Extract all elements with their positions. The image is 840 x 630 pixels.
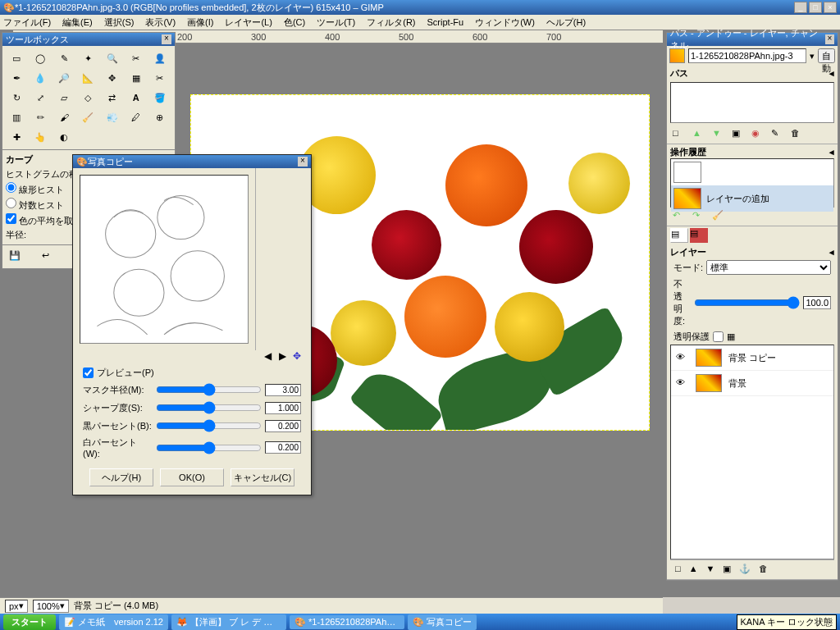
menu-image[interactable]: 画像(I) <box>187 16 213 29</box>
sharpness-slider[interactable] <box>156 400 262 415</box>
blend-tool[interactable]: ▥ <box>6 108 27 126</box>
layer-row[interactable]: 👁 背景 <box>671 371 833 396</box>
rect-select-tool[interactable]: ▭ <box>6 49 27 67</box>
layer-name[interactable]: 背景 <box>728 377 746 390</box>
help-button[interactable]: ヘルプ(H) <box>89 468 153 486</box>
task-item[interactable]: 🎨 写真コピー <box>408 614 477 630</box>
zoom-tool[interactable]: 🔎 <box>53 69 75 87</box>
paintbrush-tool[interactable]: 🖌 <box>53 108 75 126</box>
zoom-select[interactable]: 100% ▾ <box>33 600 69 613</box>
history-item[interactable] <box>671 159 833 185</box>
history-menu-icon[interactable]: ◂ <box>829 147 834 158</box>
path-dup-icon[interactable]: ▣ <box>732 128 743 139</box>
save-icon[interactable]: 💾 <box>9 250 22 263</box>
dialog-titlebar[interactable]: 🎨写真コピー × <box>73 155 311 168</box>
mode-select[interactable]: 標準 <box>706 260 831 275</box>
paths-list[interactable] <box>670 82 834 123</box>
path-up-icon[interactable]: ▲ <box>692 128 704 139</box>
menu-file[interactable]: ファイル(F) <box>3 16 51 29</box>
ok-button[interactable]: OK(O) <box>160 468 224 486</box>
menu-help[interactable]: ヘルプ(H) <box>546 16 586 29</box>
rdock-close-icon[interactable]: × <box>825 34 834 44</box>
menu-edit[interactable]: 編集(E) <box>62 16 93 29</box>
cancel-button[interactable]: キャンセル(C) <box>231 468 294 486</box>
undo-icon[interactable]: ↶ <box>673 210 684 221</box>
bucket-tool[interactable]: 🪣 <box>149 89 171 107</box>
tab-channels-icon[interactable]: ▤ <box>690 228 708 243</box>
task-item[interactable]: 🎨 *1-1265210828PAhn.jpg… <box>290 615 404 629</box>
white-value[interactable]: 0.200 <box>265 441 301 454</box>
layers-menu-icon[interactable]: ◂ <box>829 247 834 258</box>
ink-tool[interactable]: 🖊 <box>126 108 147 126</box>
clone-tool[interactable]: ⊕ <box>149 108 171 126</box>
airbrush-tool[interactable]: 💨 <box>102 108 123 126</box>
opacity-value[interactable]: 100.0 <box>803 296 831 309</box>
menu-layer[interactable]: レイヤー(L) <box>225 16 272 29</box>
path-del-icon[interactable]: 🗑 <box>791 128 802 139</box>
white-slider[interactable] <box>156 441 262 455</box>
toolbox-title[interactable]: ツールボックス × <box>2 33 175 46</box>
text-tool[interactable]: A <box>126 89 147 107</box>
menu-select[interactable]: 選択(S) <box>104 16 135 29</box>
toolbox-close-icon[interactable]: × <box>162 34 171 44</box>
eraser-tool[interactable]: 🧹 <box>77 108 98 126</box>
measure-tool[interactable]: 📐 <box>77 69 98 87</box>
crop-tool[interactable]: ✂ <box>149 69 171 87</box>
auto-button[interactable]: 自動 <box>818 48 835 63</box>
filter-preview[interactable] <box>80 175 249 344</box>
layer-new-icon[interactable]: □ <box>675 564 681 574</box>
nav-move-icon[interactable]: ✥ <box>291 350 303 362</box>
rotate-tool[interactable]: ↻ <box>6 89 27 107</box>
black-slider[interactable] <box>156 418 262 433</box>
start-button[interactable]: スタート <box>3 614 56 630</box>
paths-tool[interactable]: ✒ <box>6 69 27 87</box>
maximize-button[interactable]: □ <box>809 2 822 13</box>
menu-view[interactable]: 表示(V) <box>145 16 176 29</box>
eye-icon[interactable]: 👁 <box>676 352 689 363</box>
minimize-button[interactable]: _ <box>794 2 807 13</box>
task-item[interactable]: 📝 メモ紙 version 2.12 <box>59 614 168 630</box>
tab-layers-icon[interactable]: ▤ <box>670 228 688 243</box>
close-button[interactable]: × <box>824 2 837 13</box>
smudge-tool[interactable]: 👆 <box>30 128 51 146</box>
unit-select[interactable]: px ▾ <box>5 600 28 613</box>
align-tool[interactable]: ▦ <box>126 69 147 87</box>
pencil-tool[interactable]: ✏ <box>30 108 51 126</box>
menu-colors[interactable]: 色(C) <box>284 16 305 29</box>
layer-anchor-icon[interactable]: ⚓ <box>739 564 751 574</box>
layer-row[interactable]: 👁 背景 コピー <box>671 345 833 371</box>
paths-menu-icon[interactable]: ◂ <box>829 68 834 79</box>
scale-tool[interactable]: ⤢ <box>30 89 51 107</box>
rdock-title[interactable]: パス - アンドゥー - レイヤー, チャンネル × <box>667 33 838 46</box>
menu-scriptfu[interactable]: Script-Fu <box>427 17 464 27</box>
layer-dup-icon[interactable]: ▣ <box>723 564 731 574</box>
task-item[interactable]: 🦊 【洋画】 ブ レ デ タ ー … <box>171 614 286 630</box>
menu-filters[interactable]: フィルタ(R) <box>367 16 415 29</box>
eye-icon[interactable]: 👁 <box>676 377 689 389</box>
sharpness-value[interactable]: 1.000 <box>265 402 301 414</box>
dropdown-icon[interactable]: ▾ <box>810 51 815 62</box>
menu-windows[interactable]: ウィンドウ(W) <box>475 16 535 29</box>
layer-list[interactable]: 👁 背景 コピー 👁 背景 <box>670 345 834 559</box>
nav-left-icon[interactable]: ◀ <box>262 350 273 362</box>
move-tool[interactable]: ✥ <box>102 69 123 87</box>
mask-radius-slider[interactable] <box>156 382 262 397</box>
mask-radius-value[interactable]: 3.00 <box>265 384 301 396</box>
black-value[interactable]: 0.200 <box>265 420 301 432</box>
redo-icon[interactable]: ↷ <box>692 210 704 221</box>
opacity-slider[interactable] <box>694 296 800 309</box>
path-sel-icon[interactable]: ◉ <box>751 128 763 139</box>
layer-down-icon[interactable]: ▼ <box>706 564 715 574</box>
clear-undo-icon[interactable]: 🧹 <box>712 210 724 221</box>
free-select-tool[interactable]: ✎ <box>53 49 75 67</box>
flip-tool[interactable]: ⇄ <box>102 89 123 107</box>
path-down-icon[interactable]: ▼ <box>712 128 724 139</box>
ellipse-select-tool[interactable]: ◯ <box>30 49 51 67</box>
fuzzy-select-tool[interactable]: ✦ <box>77 49 98 67</box>
revert-icon[interactable]: ↩ <box>42 250 55 263</box>
path-stroke-icon[interactable]: ✎ <box>771 128 783 139</box>
image-selector[interactable] <box>688 48 806 63</box>
color-picker-tool[interactable]: 💧 <box>30 69 51 87</box>
dodge-tool[interactable]: ◐ <box>53 128 75 146</box>
color-select-tool[interactable]: 🔍 <box>102 49 123 67</box>
